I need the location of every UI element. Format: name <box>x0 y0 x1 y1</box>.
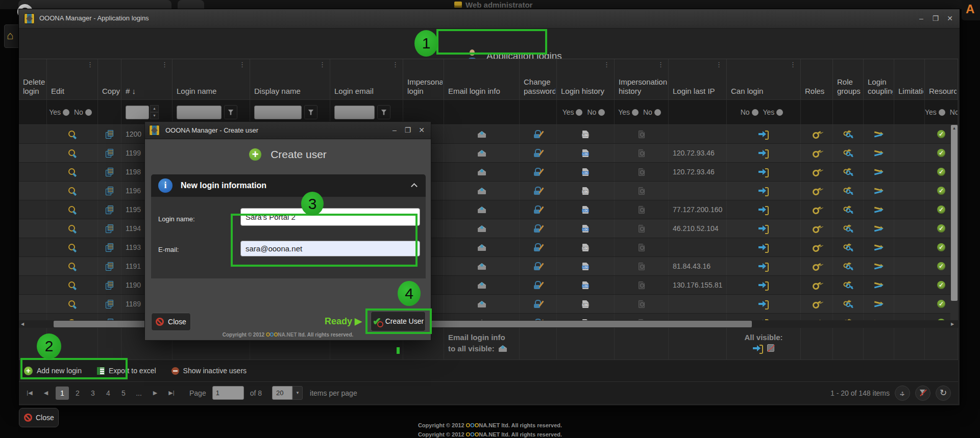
log-file-icon[interactable]: LOG <box>582 225 589 233</box>
mail-open-icon[interactable] <box>478 207 486 213</box>
login-arrow-icon[interactable] <box>758 206 769 213</box>
scroll-left-icon[interactable]: ◀ <box>19 320 26 328</box>
dialog-maximize-button[interactable]: ❐ <box>401 124 414 136</box>
magnifier-icon[interactable] <box>68 149 77 158</box>
key-icon[interactable] <box>811 167 822 176</box>
magnifier-icon[interactable] <box>68 205 77 214</box>
spinner-down-icon[interactable]: ▼ <box>150 112 159 119</box>
keys-pair-icon[interactable] <box>843 300 853 308</box>
shuffle-icon[interactable] <box>874 225 884 233</box>
cell-copy[interactable] <box>98 295 121 313</box>
cell-coupling[interactable] <box>864 200 894 219</box>
cell-login_history[interactable]: LOG <box>557 163 615 181</box>
dialog-close-action-button[interactable]: Close <box>151 313 191 331</box>
cell-can_login[interactable] <box>727 163 801 181</box>
login-arrow-icon[interactable] <box>758 244 769 251</box>
lock-edit-icon[interactable] <box>534 243 542 251</box>
log-file-icon[interactable]: LOG <box>582 168 589 176</box>
lock-edit-icon[interactable] <box>534 300 542 308</box>
ghost-file-icon[interactable] <box>639 131 645 138</box>
cell-roles[interactable] <box>801 125 833 143</box>
copy-icon[interactable] <box>106 281 113 289</box>
cell-copy[interactable] <box>98 144 121 162</box>
radio-option-yes[interactable]: Yes <box>49 108 61 116</box>
cell-roles[interactable] <box>801 219 833 238</box>
radio-option-no[interactable]: No <box>950 108 958 116</box>
cell-role_groups[interactable] <box>833 295 864 313</box>
cell-email_info[interactable] <box>444 125 520 143</box>
cell-login_history[interactable]: LOG <box>557 295 615 313</box>
keys-pair-icon[interactable] <box>843 224 853 233</box>
mail-open-icon[interactable] <box>478 244 486 251</box>
cell-can_login[interactable] <box>727 276 801 294</box>
cell-imp_history[interactable] <box>615 238 669 256</box>
ghost-file-icon[interactable] <box>639 187 645 195</box>
lock-edit-icon[interactable] <box>534 281 542 289</box>
cell-delete[interactable] <box>19 144 47 162</box>
dialog-close-button[interactable]: ✕ <box>415 124 428 136</box>
cell-edit[interactable] <box>47 295 98 313</box>
cell-copy[interactable] <box>98 163 121 181</box>
radio-icon[interactable] <box>939 109 945 116</box>
log-file-icon[interactable]: LOG <box>582 244 589 251</box>
key-icon[interactable] <box>811 148 822 158</box>
mail-open-icon[interactable] <box>478 301 486 307</box>
check-circle-icon[interactable] <box>937 168 945 176</box>
magnifier-icon[interactable] <box>68 130 77 139</box>
key-icon[interactable] <box>811 186 822 195</box>
mail-open-icon[interactable] <box>478 150 486 157</box>
cell-can_login[interactable] <box>727 295 801 313</box>
radio-icon[interactable] <box>632 109 639 116</box>
dialog-titlebar[interactable]: OOONA Manager - Create user – ❐ ✕ <box>145 122 431 139</box>
mail-open-icon[interactable] <box>478 131 486 138</box>
cell-imp_history[interactable] <box>615 200 669 219</box>
login-arrow-icon[interactable] <box>758 225 769 232</box>
radio-icon[interactable] <box>654 109 661 116</box>
copy-icon[interactable] <box>106 130 113 138</box>
cell-role_groups[interactable] <box>833 314 864 320</box>
mail-open-icon[interactable] <box>478 188 486 194</box>
cell-change_pw[interactable] <box>520 276 557 294</box>
radio-option-yes[interactable]: Yes <box>763 108 775 116</box>
cell-login_history[interactable]: LOG <box>557 276 615 294</box>
cell-email_info[interactable] <box>444 276 520 294</box>
cell-role_groups[interactable] <box>833 163 864 181</box>
copy-icon[interactable] <box>106 300 113 308</box>
cell-delete[interactable] <box>19 238 47 256</box>
keys-pair-icon[interactable] <box>843 243 853 252</box>
cell-edit[interactable] <box>47 219 98 238</box>
cell-imp_history[interactable] <box>615 219 669 238</box>
cell-copy[interactable] <box>98 125 121 143</box>
key-icon[interactable] <box>811 242 822 252</box>
cell-edit[interactable] <box>47 125 98 143</box>
lock-edit-icon[interactable] <box>534 149 542 157</box>
shuffle-icon[interactable] <box>874 168 884 176</box>
close-window-button[interactable]: ✕ <box>943 13 957 24</box>
ghost-file-icon[interactable] <box>639 244 645 251</box>
log-file-icon[interactable]: LOG <box>582 149 589 157</box>
lock-edit-icon[interactable] <box>534 130 542 138</box>
shuffle-icon[interactable] <box>874 131 884 138</box>
cell-role_groups[interactable] <box>833 276 864 294</box>
cell-change_pw[interactable] <box>520 314 557 320</box>
cell-email_info[interactable] <box>444 314 520 320</box>
cell-imp_history[interactable] <box>615 125 669 143</box>
filter-button[interactable] <box>304 105 317 119</box>
magnifier-icon[interactable] <box>68 300 77 308</box>
lock-edit-icon[interactable] <box>534 205 542 214</box>
cell-email_info[interactable] <box>444 257 520 275</box>
cell-can_login[interactable] <box>727 182 801 200</box>
radio-icon[interactable] <box>85 109 92 116</box>
lock-edit-icon[interactable] <box>534 168 542 176</box>
filter-button[interactable] <box>224 105 237 119</box>
copy-icon[interactable] <box>106 224 113 233</box>
radio-icon[interactable] <box>576 109 582 116</box>
cell-email_info[interactable] <box>444 219 520 238</box>
column-header-impersonate[interactable]: Impersonate login <box>403 59 444 99</box>
cell-copy[interactable] <box>98 257 121 275</box>
cell-coupling[interactable] <box>864 182 894 200</box>
ghost-file-icon[interactable] <box>639 263 645 270</box>
edit-slash-icon[interactable] <box>767 344 774 352</box>
resize-columns-button[interactable] <box>895 385 910 401</box>
login-arrow-icon[interactable] <box>758 263 769 270</box>
